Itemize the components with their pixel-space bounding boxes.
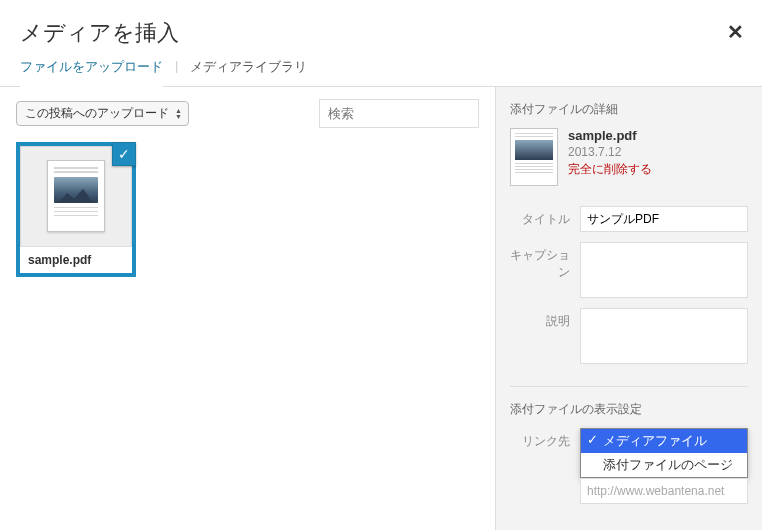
attachment-date: 2013.7.12 [568, 145, 652, 159]
attachment-details-title: 添付ファイルの詳細 [510, 101, 748, 118]
description-label: 説明 [510, 308, 580, 330]
close-icon[interactable]: ✕ [727, 20, 744, 44]
caption-textarea[interactable] [580, 242, 748, 298]
modal-title: メディアを挿入 [20, 18, 742, 48]
details-sidebar: 添付ファイルの詳細 sample.pdf 2013.7.12 完全に削除する タ… [495, 87, 762, 530]
document-icon [47, 160, 105, 232]
tab-upload[interactable]: ファイルをアップロード [20, 58, 163, 87]
select-arrows-icon: ▲▼ [175, 108, 182, 120]
media-item-filename: sample.pdf [20, 246, 132, 273]
title-input[interactable] [580, 206, 748, 232]
search-input[interactable] [319, 99, 479, 128]
media-item[interactable]: ✓ sample.pdf [16, 142, 136, 277]
link-option-media[interactable]: メディアファイル [581, 429, 747, 453]
link-url-field[interactable]: http://www.webantena.net [580, 478, 748, 504]
attachment-thumb-icon [510, 128, 558, 186]
media-library: ✓ sample.pdf [16, 142, 479, 518]
description-textarea[interactable] [580, 308, 748, 364]
caption-label: キャプション [510, 242, 580, 281]
delete-permanently-link[interactable]: 完全に削除する [568, 161, 652, 178]
link-option-attachment-page[interactable]: 添付ファイルのページ [581, 453, 747, 477]
tab-bar: ファイルをアップロード | メディアライブラリ [0, 58, 762, 87]
filter-select[interactable]: この投稿へのアップロード ▲▼ [16, 101, 189, 126]
attachment-filename: sample.pdf [568, 128, 652, 143]
link-to-select[interactable]: メディアファイル 添付ファイルのページ http://www.webantena… [580, 428, 748, 504]
title-label: タイトル [510, 206, 580, 228]
display-settings-title: 添付ファイルの表示設定 [510, 401, 748, 418]
link-to-label: リンク先 [510, 428, 580, 450]
check-icon[interactable]: ✓ [112, 142, 136, 166]
tab-library[interactable]: メディアライブラリ [190, 58, 307, 87]
filter-select-label: この投稿へのアップロード [25, 105, 169, 122]
